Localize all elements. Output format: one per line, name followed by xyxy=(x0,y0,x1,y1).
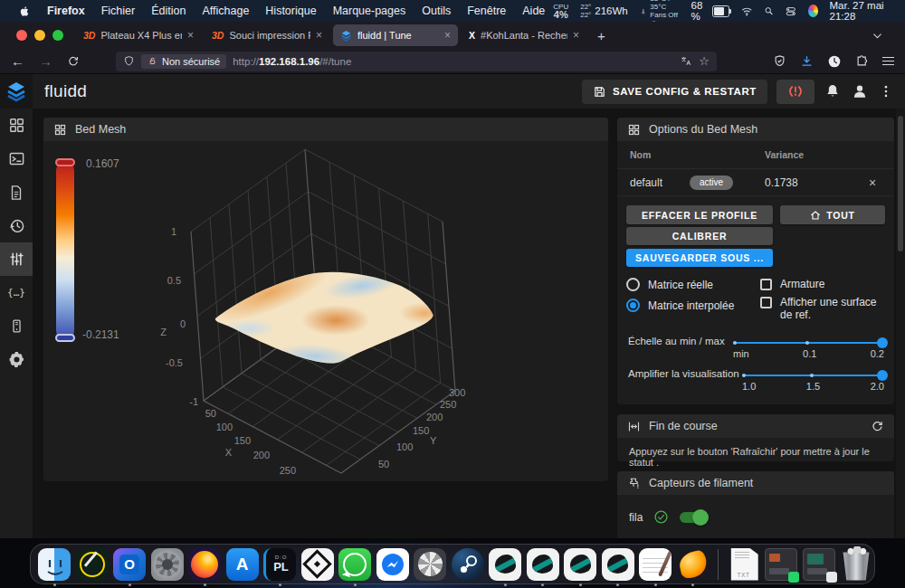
filament-sensor-toggle[interactable] xyxy=(680,512,707,523)
sidebar-item-history[interactable] xyxy=(0,209,33,242)
radio-interpolated-matrix[interactable]: Matrice interpolée xyxy=(626,299,734,312)
reload-button[interactable] xyxy=(67,55,80,68)
dock-orca-slicer[interactable] xyxy=(601,547,635,582)
refresh-icon[interactable] xyxy=(871,420,884,433)
menu-affichage[interactable]: Affichage xyxy=(194,5,257,17)
dock-app-store[interactable]: A xyxy=(225,547,260,582)
menubar-clock[interactable]: Mar. 27 mai 21:28 xyxy=(830,0,895,22)
dock-whatsapp[interactable] xyxy=(338,547,372,582)
screen-time-clock-icon[interactable] xyxy=(827,54,842,69)
emergency-stop-button[interactable] xyxy=(776,80,814,104)
save-as-button[interactable]: SAUVEGARDER SOUS ... xyxy=(626,249,773,267)
sidebar-item-jobs[interactable] xyxy=(0,175,33,209)
dock-orca-slicer[interactable] xyxy=(488,547,522,582)
dock-minimized-window[interactable] xyxy=(764,547,798,582)
list-all-tabs-chevron-icon[interactable] xyxy=(872,30,883,42)
close-tab-icon[interactable]: × xyxy=(573,29,579,42)
content-scrollbar[interactable] xyxy=(896,109,905,538)
sidebar-item-tune[interactable] xyxy=(0,242,33,276)
spotlight-search-icon[interactable] xyxy=(764,5,774,17)
dock-messenger[interactable] xyxy=(376,547,410,582)
checkbox-wireframe[interactable]: Armature xyxy=(760,278,824,290)
overflow-dots-icon[interactable] xyxy=(878,83,894,100)
dock-phoenix-app[interactable] xyxy=(676,547,710,582)
boost-slider[interactable] xyxy=(742,375,882,376)
dock-steam[interactable] xyxy=(451,547,485,582)
dock-txt-document[interactable]: TXT xyxy=(727,547,761,582)
profile-row-default[interactable]: default active 0.1738 × xyxy=(617,169,894,196)
notifications-bell-icon[interactable] xyxy=(824,82,842,100)
menu-marque-pages[interactable]: Marque-pages xyxy=(325,5,414,17)
scale-slider[interactable] xyxy=(733,342,882,344)
sidebar-item-system[interactable] xyxy=(0,309,33,343)
scrollbar-thumb[interactable] xyxy=(898,116,903,251)
close-tab-icon[interactable]: × xyxy=(316,29,322,42)
radio-real-matrix[interactable]: Matrice réelle xyxy=(626,278,713,291)
menu-historique[interactable]: Historique xyxy=(257,5,324,17)
menu-outils[interactable]: Outils xyxy=(414,5,459,17)
url-text[interactable]: http://192.168.1.96/#/tune xyxy=(233,56,351,67)
protections-shield-icon[interactable] xyxy=(773,54,786,68)
cpu-status[interactable]: CPU4% xyxy=(553,3,568,19)
sidebar-item-console[interactable] xyxy=(0,142,33,175)
forward-button[interactable]: → xyxy=(39,54,52,68)
dock-app-cleaner[interactable] xyxy=(75,547,110,582)
dock-finder[interactable] xyxy=(37,547,71,582)
tab-fluidd-active[interactable]: fluidd | Tune × xyxy=(333,24,458,46)
translate-icon[interactable] xyxy=(680,55,692,67)
account-person-icon[interactable] xyxy=(851,82,869,100)
shield-icon[interactable] xyxy=(123,55,135,67)
download-icon[interactable] xyxy=(800,54,814,68)
fluidd-logo[interactable] xyxy=(0,74,33,109)
url-bar[interactable]: Non sécurisé http://192.168.1.96/#/tune … xyxy=(116,52,717,71)
wifi-icon[interactable] xyxy=(741,5,752,17)
zoom-window-button[interactable] xyxy=(52,30,63,41)
dock-trash[interactable] xyxy=(839,547,873,582)
new-tab-button[interactable]: + xyxy=(597,28,605,43)
minimize-window-button[interactable] xyxy=(34,30,45,41)
dock-pl-app[interactable]: D:OPL xyxy=(262,547,297,582)
menu-edition[interactable]: Édition xyxy=(143,5,194,17)
sidebar-item-configuration[interactable]: {…} xyxy=(0,276,33,309)
tab-souci-impression[interactable]: 3D Souci impression PETG, décolle × xyxy=(205,24,329,46)
back-button[interactable]: ← xyxy=(11,54,24,68)
close-window-button[interactable] xyxy=(16,30,27,41)
dock-orca-slicer[interactable] xyxy=(563,547,597,582)
sidebar-item-settings[interactable] xyxy=(0,343,33,376)
boost-slider-knob[interactable] xyxy=(877,370,888,381)
save-config-restart-button[interactable]: SAVE CONFIG & RESTART xyxy=(582,80,767,104)
checkbox-flat-surface[interactable]: Afficher une surface de ref. xyxy=(760,296,887,321)
bookmark-star-icon[interactable]: ☆ xyxy=(699,54,710,68)
close-tab-icon[interactable]: × xyxy=(444,29,451,42)
close-tab-icon[interactable]: × xyxy=(187,29,194,42)
scale-slider-knob[interactable] xyxy=(877,337,888,348)
dock-outlook[interactable]: O xyxy=(112,547,147,582)
apple-menu[interactable] xyxy=(11,5,39,18)
dock-minimized-window[interactable] xyxy=(802,547,836,582)
dock-textedit[interactable] xyxy=(638,547,672,582)
sidebar-item-dashboard[interactable] xyxy=(0,109,33,142)
calibrate-button[interactable]: CALIBRER xyxy=(626,227,773,245)
energy-status[interactable]: 22°22° 216Wh xyxy=(580,3,628,19)
control-center-icon[interactable] xyxy=(786,5,796,17)
extensions-puzzle-icon[interactable] xyxy=(855,54,869,68)
dock-fan-control[interactable] xyxy=(413,547,447,582)
battery-status[interactable]: 68 % xyxy=(691,0,729,22)
dock-system-settings[interactable] xyxy=(150,547,185,582)
colorwheel-app-icon[interactable] xyxy=(808,5,818,17)
security-chip[interactable]: Non sécurisé xyxy=(141,54,226,69)
dock-orca-slicer[interactable] xyxy=(526,547,560,582)
menu-fichier[interactable]: Fichier xyxy=(93,5,144,17)
menu-fenetre[interactable]: Fenêtre xyxy=(459,5,514,17)
dock-firefox[interactable] xyxy=(187,547,222,582)
clear-profile-button[interactable]: EFFACER LE PROFILE xyxy=(626,205,773,224)
menu-hamburger-icon[interactable] xyxy=(882,57,894,66)
tab-kohlanta-x[interactable]: X #KohLanta - Recherche / X × xyxy=(462,24,586,46)
menu-firefox[interactable]: Firefox xyxy=(39,5,93,17)
menu-aide[interactable]: Aide xyxy=(514,5,553,17)
bed-mesh-plot[interactable]: 0.1607 -0.2131 xyxy=(43,141,608,481)
dock-bambu-studio[interactable] xyxy=(300,547,335,582)
home-all-button[interactable]: TOUT xyxy=(780,205,885,224)
tab-plateau-x4[interactable]: 3D Plateau X4 Plus endommagé - A × xyxy=(76,24,201,46)
remove-profile-icon[interactable]: × xyxy=(869,175,876,190)
